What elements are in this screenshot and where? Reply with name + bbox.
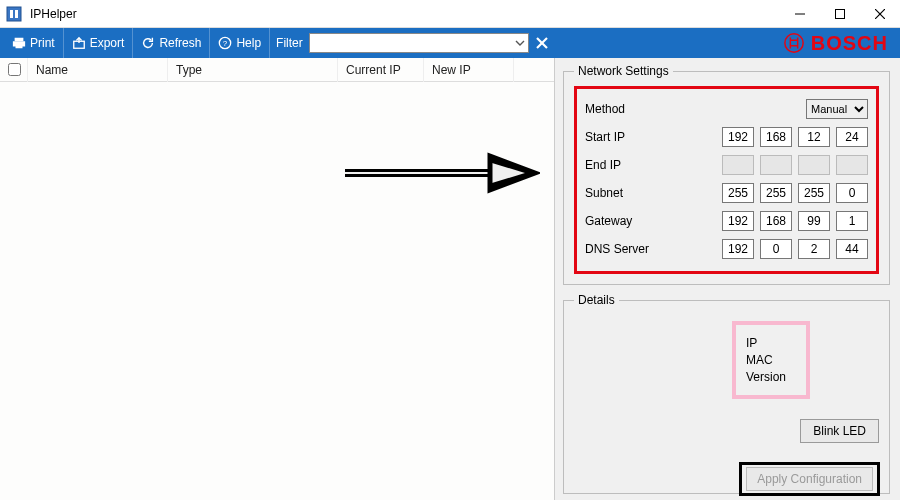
end-ip-label: End IP — [585, 158, 705, 172]
app-icon — [4, 4, 24, 24]
details-version-label: Version — [746, 370, 796, 384]
svg-rect-1 — [10, 10, 13, 18]
refresh-button[interactable]: Refresh — [133, 28, 210, 58]
maximize-button[interactable] — [820, 0, 860, 28]
apply-configuration-button[interactable]: Apply Configuration — [746, 467, 873, 491]
dns-row: DNS Server — [585, 235, 868, 263]
svg-rect-7 — [15, 38, 24, 42]
subnet-label: Subnet — [585, 186, 705, 200]
blink-led-button[interactable]: Blink LED — [800, 419, 879, 443]
close-button[interactable] — [860, 0, 900, 28]
select-all-checkbox[interactable] — [8, 63, 21, 76]
start-ip-oct3[interactable] — [836, 127, 868, 147]
table-header: Name Type Current IP New IP — [0, 58, 554, 82]
start-ip-oct0[interactable] — [722, 127, 754, 147]
print-button[interactable]: Print — [4, 28, 64, 58]
toolbar: Print Export Refresh ? Help Filter BOSCH — [0, 28, 900, 58]
network-settings-group: Network Settings Method Manual Start IP — [563, 64, 890, 285]
subnet-oct1[interactable] — [760, 183, 792, 203]
refresh-label: Refresh — [159, 36, 201, 50]
dns-oct3[interactable] — [836, 239, 868, 259]
end-ip-oct1 — [760, 155, 792, 175]
col-type[interactable]: Type — [168, 58, 338, 82]
gateway-oct1[interactable] — [760, 211, 792, 231]
svg-rect-4 — [836, 9, 845, 18]
print-icon — [12, 36, 26, 50]
svg-rect-9 — [16, 45, 23, 49]
brand: BOSCH — [783, 32, 896, 55]
gateway-oct2[interactable] — [798, 211, 830, 231]
export-button[interactable]: Export — [64, 28, 134, 58]
dns-label: DNS Server — [585, 242, 705, 256]
start-ip-label: Start IP — [585, 130, 705, 144]
details-mac-label: MAC — [746, 353, 796, 367]
svg-marker-19 — [492, 163, 525, 183]
filter-input[interactable] — [309, 33, 529, 53]
svg-marker-20 — [490, 156, 535, 190]
svg-point-15 — [785, 34, 803, 52]
window-title: IPHelper — [30, 7, 77, 21]
method-select[interactable]: Manual — [806, 99, 868, 119]
titlebar: IPHelper — [0, 0, 900, 28]
minimize-button[interactable] — [780, 0, 820, 28]
chevron-down-icon[interactable] — [515, 33, 525, 53]
dns-oct0[interactable] — [722, 239, 754, 259]
end-ip-oct2 — [798, 155, 830, 175]
details-ip-label: IP — [746, 336, 796, 350]
gateway-row: Gateway — [585, 207, 868, 235]
help-button[interactable]: ? Help — [210, 28, 270, 58]
start-ip-row: Start IP — [585, 123, 868, 151]
col-new-ip[interactable]: New IP — [424, 58, 514, 82]
dns-oct1[interactable] — [760, 239, 792, 259]
col-current-ip[interactable]: Current IP — [338, 58, 424, 82]
gateway-oct0[interactable] — [722, 211, 754, 231]
svg-marker-18 — [490, 156, 535, 190]
subnet-row: Subnet — [585, 179, 868, 207]
export-label: Export — [90, 36, 125, 50]
method-label: Method — [585, 102, 705, 116]
filter-clear-button[interactable] — [529, 30, 555, 56]
details-highlight-box: IP MAC Version — [732, 321, 810, 399]
gateway-label: Gateway — [585, 214, 705, 228]
subnet-oct0[interactable] — [722, 183, 754, 203]
svg-rect-0 — [7, 7, 21, 21]
network-settings-legend: Network Settings — [574, 64, 673, 78]
main: Name Type Current IP New IP Network Sett… — [0, 58, 900, 500]
apply-highlight-box: Apply Configuration — [739, 462, 880, 496]
gateway-oct3[interactable] — [836, 211, 868, 231]
end-ip-oct3 — [836, 155, 868, 175]
help-icon: ? — [218, 36, 232, 50]
start-ip-oct2[interactable] — [798, 127, 830, 147]
filter-label: Filter — [276, 36, 303, 50]
refresh-icon — [141, 36, 155, 50]
print-label: Print — [30, 36, 55, 50]
details-legend: Details — [574, 293, 619, 307]
svg-rect-2 — [15, 10, 18, 18]
bosch-logo-icon — [783, 32, 805, 54]
col-check[interactable] — [0, 58, 28, 82]
subnet-oct2[interactable] — [798, 183, 830, 203]
device-table-pane: Name Type Current IP New IP — [0, 58, 555, 500]
export-icon — [72, 36, 86, 50]
col-name[interactable]: Name — [28, 58, 168, 82]
network-highlight-box: Method Manual Start IP — [574, 86, 879, 274]
subnet-oct3[interactable] — [836, 183, 868, 203]
start-ip-oct1[interactable] — [760, 127, 792, 147]
svg-text:?: ? — [223, 39, 228, 48]
arrow-annotation — [340, 148, 540, 198]
settings-pane: Network Settings Method Manual Start IP — [555, 58, 900, 500]
dns-oct2[interactable] — [798, 239, 830, 259]
end-ip-row: End IP — [585, 151, 868, 179]
close-icon — [535, 36, 549, 50]
brand-wordmark: BOSCH — [811, 32, 888, 55]
help-label: Help — [236, 36, 261, 50]
end-ip-oct0 — [722, 155, 754, 175]
method-row: Method Manual — [585, 95, 868, 123]
